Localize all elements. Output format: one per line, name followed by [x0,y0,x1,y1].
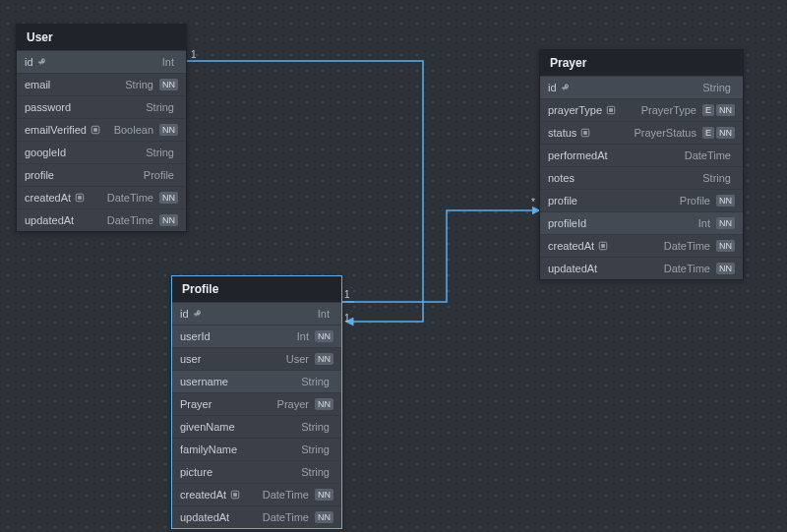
field-name: familyName [180,443,237,455]
field-name: picture [180,466,212,478]
key-icon [561,83,571,92]
not-null-badge: NN [716,104,735,116]
field-row[interactable]: userIdIntNN [172,325,341,347]
field-type: DateTime [685,149,731,161]
field-row[interactable]: updatedAtDateTimeNN [540,257,743,279]
field-name: userId [180,330,211,342]
field-type: String [146,147,174,158]
field-name: username [180,376,228,387]
field-type: Int [297,330,309,342]
svg-rect-9 [583,131,587,135]
field-row[interactable]: notesString [540,166,743,189]
field-row[interactable]: givenNameString [172,415,341,438]
cardinality-label: 1 [191,49,197,60]
field-name: updatedAt [25,214,74,226]
field-row[interactable]: idInt [172,302,341,325]
field-type: String [146,101,174,113]
attribute-icon [606,105,616,115]
field-type: Profile [144,169,174,181]
enum-badge: E [702,104,714,116]
field-type: DateTime [263,511,309,523]
field-type: String [301,421,330,433]
field-type: Int [162,56,174,68]
svg-rect-1 [93,128,97,132]
field-row[interactable]: updatedAtDateTimeNN [172,505,341,528]
field-row[interactable]: idInt [17,50,186,73]
entity-profile-rows: idIntuserIdIntNNuserUserNNusernameString… [172,302,341,528]
entity-header-user[interactable]: User [17,25,186,50]
field-row[interactable]: googleIdString [17,141,186,163]
field-type: PrayerStatus [634,127,696,139]
field-type: String [301,443,330,455]
entity-header-profile[interactable]: Profile [172,276,341,302]
field-row[interactable]: idString [540,76,743,98]
field-row[interactable]: statusPrayerStatusENN [540,121,743,144]
field-type: Profile [680,195,710,207]
entity-title: Prayer [550,56,586,70]
field-name: notes [548,172,575,184]
not-null-badge: NN [716,240,735,252]
entity-prayer[interactable]: Prayer idStringprayerTypePrayerTypeENNst… [539,49,744,280]
field-name: prayerType [548,104,616,116]
field-name: createdAt [25,192,85,204]
field-row[interactable]: familyNameString [172,438,341,460]
field-row[interactable]: emailStringNN [17,73,186,95]
field-name: Prayer [180,398,212,410]
field-name: id [180,308,203,320]
field-row[interactable]: pictureString [172,460,341,483]
field-name: id [25,56,47,68]
field-row[interactable]: createdAtDateTimeNN [540,234,743,257]
field-name: givenName [180,421,235,433]
not-null-badge: NN [159,192,178,204]
entity-user[interactable]: User idIntemailStringNNpasswordStringema… [16,24,187,232]
field-name: user [180,353,201,365]
field-type: Boolean [114,124,153,136]
svg-rect-7 [609,108,613,112]
not-null-badge: NN [159,214,178,226]
field-type: DateTime [664,263,710,274]
field-name: updatedAt [548,263,597,274]
entity-profile[interactable]: Profile idIntuserIdIntNNuserUserNNuserna… [171,275,342,529]
attribute-icon [230,490,240,500]
svg-rect-3 [78,196,82,200]
field-row[interactable]: performedAtDateTime [540,144,743,166]
field-name: profile [25,169,54,181]
field-name: email [25,79,50,90]
field-type: DateTime [664,240,710,252]
not-null-badge: NN [159,79,178,90]
field-type: Prayer [277,398,309,410]
field-row[interactable]: createdAtDateTimeNN [17,186,186,208]
field-row[interactable]: profileProfile [17,163,186,186]
cardinality-label: 1 [344,289,350,300]
field-row[interactable]: passwordString [17,95,186,118]
field-row[interactable]: createdAtDateTimeNN [172,483,341,505]
entity-header-prayer[interactable]: Prayer [540,50,743,76]
cardinality-label: 1 [344,313,350,324]
field-name: status [548,127,590,139]
not-null-badge: NN [315,511,333,523]
not-null-badge: NN [716,127,735,139]
field-name: emailVerified [25,124,100,136]
field-name: profile [548,195,577,207]
field-row[interactable]: updatedAtDateTimeNN [17,208,186,231]
not-null-badge: NN [716,195,735,207]
field-type: String [125,79,153,90]
field-name: createdAt [548,240,608,252]
field-row[interactable]: profileProfileNN [540,189,743,211]
attribute-icon [598,241,608,251]
field-row[interactable]: prayerTypePrayerTypeENN [540,98,743,121]
field-row[interactable]: usernameString [172,370,341,392]
field-name: profileId [548,217,586,229]
field-type: DateTime [107,214,153,226]
field-name: createdAt [180,489,240,501]
field-row[interactable]: emailVerifiedBooleanNN [17,118,186,141]
key-icon [37,57,47,67]
field-row[interactable]: userUserNN [172,347,341,370]
field-row[interactable]: PrayerPrayerNN [172,392,341,415]
field-row[interactable]: profileIdIntNN [540,211,743,234]
field-name: password [25,101,71,113]
field-type: User [286,353,309,365]
enum-badge: E [702,127,714,139]
field-type: PrayerType [641,104,696,116]
field-name: updatedAt [180,511,229,523]
